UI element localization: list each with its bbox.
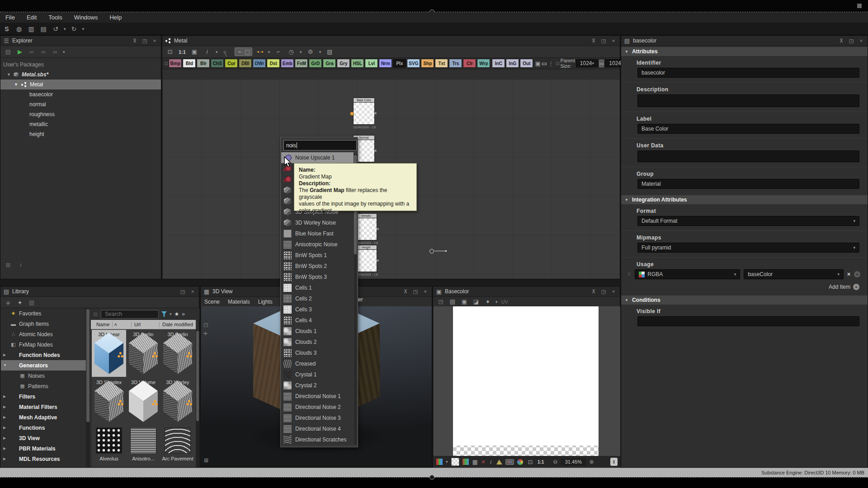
color-mode-icon[interactable] [517, 459, 523, 465]
fit-view-icon[interactable]: ⊡ [526, 459, 534, 465]
zoom-in-icon[interactable]: ⊕ [589, 459, 594, 465]
library-asset[interactable]: 3D Perlin Noise [126, 330, 160, 377]
output-row[interactable]: height [0, 129, 161, 139]
connector-style-icon[interactable]: ●–● [257, 50, 263, 54]
pan-scroll-button[interactable]: ⇕ [610, 458, 618, 466]
attributes-section-header[interactable]: ▼ Attributes [621, 47, 868, 56]
node-type-button[interactable]: Wrp [477, 59, 490, 68]
library-asset[interactable]: Arc Pavement [160, 426, 195, 467]
graph-node[interactable]: Metallic 1024x1024 - C8 [355, 213, 377, 244]
library-tree-item[interactable]: MDL Resources [1, 454, 86, 464]
node-search-result-item[interactable]: Noise Upscale 1 [281, 152, 354, 163]
library-asset[interactable]: 3D Linear Gradient [92, 330, 126, 377]
io-node-button[interactable]: InG [506, 59, 519, 68]
usage-map-dropdown[interactable]: baseColor▾ [744, 269, 844, 279]
connector-dropdown-icon[interactable]: ▾ [268, 50, 270, 54]
io-node-button[interactable]: InC [492, 59, 505, 68]
dither-icon[interactable]: ✕ [481, 459, 486, 465]
link-icon[interactable]: ∞ [28, 48, 36, 55]
gear-icon[interactable]: ⚙ [307, 48, 315, 55]
elbow-link-icon[interactable]: ⌐ [274, 48, 283, 55]
pin-icon[interactable]: ⊼ [131, 38, 138, 44]
conditions-section-header[interactable]: ▼ Conditions [621, 296, 868, 305]
redo-icon[interactable]: ↻ [70, 25, 78, 33]
collapse-icon[interactable]: ▼ [625, 298, 628, 302]
float-icon[interactable]: ◳ [412, 289, 419, 295]
library-tree-item[interactable]: Patterns [1, 381, 86, 391]
mipmaps-dropdown[interactable]: Full pyramid▾ [637, 243, 859, 253]
column-url[interactable]: Url [132, 322, 160, 327]
expand-icon[interactable]: ▼ [7, 72, 11, 77]
node-search-result-item[interactable]: Blue Noise Fast [281, 228, 354, 239]
drag-connector[interactable] [429, 249, 448, 254]
float-icon[interactable]: ◳ [600, 38, 607, 44]
unlink-icon[interactable]: ∞ [51, 48, 59, 55]
uv-label[interactable]: UV [501, 299, 508, 305]
frame-icon[interactable]: ▭ [542, 60, 547, 67]
column-date[interactable]: Date modified [160, 322, 196, 327]
node-type-button[interactable]: Gra [323, 59, 336, 68]
node-type-button[interactable]: Dst [267, 59, 280, 68]
float-icon[interactable]: ◳ [600, 289, 607, 295]
zoom-level[interactable]: 31.45% [561, 458, 586, 465]
node-type-button[interactable]: Lvl [365, 59, 378, 68]
usage-channel-dropdown[interactable]: RGBA ▾ [635, 269, 740, 279]
node-search-result-item[interactable]: Creased [281, 358, 354, 369]
description-input[interactable] [637, 94, 859, 107]
node-type-button[interactable]: DBl [239, 59, 252, 68]
menu-item[interactable]: Help [109, 14, 122, 21]
column-name[interactable]: Name ˄ [91, 322, 132, 327]
view3d-export-icon[interactable]: ◳ [203, 322, 208, 328]
library-tree-item[interactable]: Generators [1, 360, 86, 371]
output-row[interactable]: roughness [0, 109, 161, 119]
node-thumbnail[interactable] [355, 218, 377, 240]
undo-dropdown-icon[interactable]: ▾ [64, 27, 66, 31]
node-search-result-item[interactable]: Clouds 1 [281, 326, 354, 337]
layers-icon[interactable]: ◪ [472, 298, 480, 305]
node-search-result-item[interactable]: BnW Spots 3 [281, 272, 354, 282]
format-dropdown[interactable]: Default Format▾ [637, 216, 859, 226]
node-type-button[interactable]: Bmp [169, 59, 182, 68]
library-tree-item[interactable]: PBR Materials [1, 443, 86, 454]
pin-icon[interactable]: ⊼ [590, 38, 597, 44]
node-search-result-item[interactable]: Directional Noise 4 [281, 423, 354, 434]
filter-funnel-icon[interactable] [161, 311, 167, 317]
save-package-icon[interactable]: ▤ [4, 48, 12, 55]
pin-note-icon[interactable]: ⋮ [548, 60, 554, 67]
library-tree-item[interactable]: Graph Items [1, 319, 86, 329]
pin-icon[interactable]: ⊼ [590, 289, 597, 295]
library-tree-item[interactable]: Favorites [1, 308, 86, 319]
search-input[interactable] [101, 310, 159, 319]
float-icon[interactable]: ◳ [141, 38, 148, 44]
node-type-button[interactable]: ChS [211, 59, 224, 68]
node-search-result-item[interactable]: Crystal 2 [281, 380, 354, 391]
node-type-button[interactable]: Txt [435, 59, 448, 68]
node-type-button[interactable]: HSL [351, 59, 364, 68]
view2d-canvas[interactable]: 1024 x 1024 (RGBA, 8bpc) [434, 306, 620, 456]
info-icon[interactable]: i [489, 459, 493, 465]
size-link-icon[interactable]: ∞ [599, 60, 604, 67]
drag-handle-icon[interactable]: ⠿ [627, 272, 631, 277]
node-search-result-item[interactable]: Directional Scratches [281, 434, 354, 445]
collapse-icon[interactable]: ▼ [625, 198, 628, 202]
output-row[interactable]: basecolor [0, 89, 161, 99]
node-type-button[interactable]: Nrm [379, 59, 392, 68]
timer-dropdown-icon[interactable]: ▾ [300, 50, 302, 54]
library-tree-item[interactable]: Atomic Nodes [1, 329, 86, 339]
node-search-result-item[interactable]: BnW Spots 2 [281, 261, 354, 272]
node-search-result-item[interactable]: Crystal 1 [281, 369, 354, 380]
node-type-button[interactable]: Trs [449, 59, 462, 68]
redo-dropdown-icon[interactable]: ▾ [82, 27, 85, 31]
snapshot-icon[interactable]: ▣ [460, 298, 468, 305]
menu-item[interactable]: Edit [27, 14, 37, 21]
library-tree-item[interactable]: Functions [1, 422, 86, 433]
node-search-result-item[interactable]: Clouds 3 [281, 347, 354, 358]
edit-icon[interactable]: ▤ [28, 299, 36, 306]
channels-dropdown-icon[interactable]: ▾ [446, 460, 448, 464]
node-type-button[interactable]: Plx [393, 59, 406, 68]
gear-dropdown-icon[interactable]: ▾ [319, 50, 321, 54]
integration-section-header[interactable]: ▼ Integration Attributes [621, 195, 868, 204]
parent-size-dropdown[interactable]: 1024▾ [576, 59, 598, 67]
library-grid-scrollbar[interactable] [196, 330, 199, 467]
expand-icon[interactable]: ▼ [14, 82, 18, 87]
